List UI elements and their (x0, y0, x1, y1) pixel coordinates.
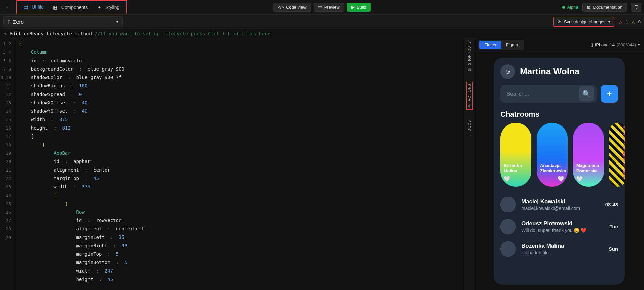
book-icon: ▭ (468, 133, 471, 138)
chat-time: Tue (609, 224, 618, 229)
chat-list-item[interactable]: Maciej Kowalski maciej.kowalski@email.co… (500, 197, 618, 212)
right-controls: Alpha 🗎 Documentation 🗨 (562, 3, 641, 12)
feedback-button[interactable]: 🗨 (631, 3, 641, 12)
documentation-button[interactable]: 🗎 Documentation (582, 3, 627, 12)
main-area: 1 2 3 4 5 6 7 8 9 10 11 12 13 14 15 16 1… (0, 38, 644, 290)
preview-tab-figma[interactable]: Figma (501, 41, 523, 49)
file-selector[interactable]: ▯ Zero ▾ (3, 16, 123, 27)
tab-label: Components (61, 5, 88, 10)
phone-title: Martina Wolna (520, 66, 579, 77)
preview-tabs: Flutter Figma (478, 40, 524, 50)
chat-name: Odeusz Piotrowski (521, 220, 604, 227)
actions-tab-highlight: ACTIONS ◎ (466, 82, 473, 110)
warning-count: 0 (638, 19, 641, 24)
button-label: Documentation (593, 5, 622, 10)
chat-name: Bożenka Malina (521, 243, 603, 249)
file-bar: ▯ Zero ▾ ⟳ Sync design changes ▾ △ 1 △ 0 (0, 15, 644, 29)
code-editor[interactable]: 1 2 3 4 5 6 7 8 9 10 11 12 13 14 15 16 1… (0, 38, 465, 290)
chat-list-item[interactable]: Bożenka Malina Uploaded file. Sun (500, 241, 618, 257)
chatroom-row[interactable]: Bożenka Malina 🤍 Anastazja Ziemkowska 🤍 … (494, 123, 625, 187)
phone-icon: ▯ (8, 19, 10, 25)
hint-comment: //If you want to set up lifecycle press … (95, 31, 271, 36)
preview-button[interactable]: 👁 Preview (314, 3, 344, 12)
phone-icon: ▯ (591, 42, 593, 47)
add-button[interactable]: + (601, 85, 618, 103)
chat-subtitle: Uploaded file. (521, 250, 603, 255)
alpha-label: Alpha (567, 5, 578, 10)
hint-label: Edit onReady lifecycle method (9, 31, 92, 36)
search-box[interactable]: 🔍 (500, 85, 597, 103)
avatar (500, 197, 516, 212)
tab-label: Figma (506, 42, 518, 47)
plus-icon: + (607, 88, 612, 99)
chatroom-pill[interactable]: Anastazja Ziemkowska 🤍 (537, 123, 568, 187)
phone-preview: ☺ Martina Wolna 🔍 + Chatrooms Bożenka Ma… (494, 58, 625, 285)
device-picker[interactable]: ▯ iPhone 14 (390*844) ▾ (591, 42, 640, 47)
code-view-button[interactable]: </> Code view (273, 3, 311, 12)
target-icon: ◎ (468, 103, 471, 108)
code-icon: </> (278, 5, 284, 10)
top-toolbar: ‹ ▤ UI file ▦ Components ✦ Styling </> C… (0, 0, 644, 15)
build-button[interactable]: ▶ Build (347, 3, 371, 12)
lifecycle-hint-row[interactable]: ✎ Edit onReady lifecycle method //If you… (0, 29, 644, 38)
chat-list: Maciej Kowalski maciej.kowalski@email.co… (494, 187, 625, 257)
error-count: 1 (626, 19, 628, 24)
section-title: Chatrooms (494, 107, 625, 123)
tab-styling[interactable]: ✦ Styling (93, 2, 124, 12)
play-icon: ▶ (351, 5, 355, 10)
overflow-warning: RIGHT OVERFLOWED BY 38 PIXELS (622, 126, 625, 178)
button-label: Code view (286, 5, 307, 10)
back-button[interactable]: ‹ (3, 3, 12, 12)
docs-tab[interactable]: DOCS (468, 120, 471, 131)
search-input[interactable] (506, 90, 579, 97)
search-icon-button[interactable]: 🔍 (579, 86, 594, 101)
diagnostics-counts[interactable]: △ 1 △ 0 (619, 19, 641, 24)
eye-icon: 👁 (318, 5, 322, 10)
avatar: ☺ (500, 64, 515, 79)
chat-time: 08:43 (605, 202, 618, 207)
button-label: Build (357, 5, 366, 10)
preview-panel: Flutter Figma ▯ iPhone 14 (390*844) ▾ ☺ … (474, 38, 644, 290)
tab-ui-file[interactable]: ▤ UI file (19, 2, 48, 12)
line-gutter: 1 2 3 4 5 6 7 8 9 10 11 12 13 14 15 16 1… (0, 38, 14, 290)
chat-subtitle: Will do, super, thank you 😊 ❤️ (521, 228, 604, 233)
tab-label: UI file (32, 4, 44, 10)
right-vertical-strip: SHORTCUTS ▦ ACTIONS ◎ DOCS ▭ (465, 38, 474, 290)
alpha-badge: Alpha (562, 5, 578, 10)
device-name: iPhone 14 (595, 42, 615, 47)
chatroom-pill[interactable]: Bożenka Malina 🤍 (500, 123, 531, 187)
button-label: Preview (324, 5, 340, 10)
tab-components[interactable]: ▦ Components (48, 2, 93, 12)
shortcuts-tab[interactable]: SHORTCUTS (468, 41, 471, 65)
chat-name: Maciej Kowalski (521, 198, 600, 205)
chevron-down-icon: ▾ (608, 20, 610, 24)
chevron-down-icon: ▾ (116, 20, 118, 24)
chatroom-pill[interactable]: Magdalena Pomorska 🤍 (573, 123, 604, 187)
styling-icon: ✦ (97, 5, 103, 10)
pill-name: Magdalena Pomorska (576, 163, 601, 173)
pill-name: Anastazja Ziemkowska (540, 163, 564, 173)
preview-toolbar: Flutter Figma ▯ iPhone 14 (390*844) ▾ (474, 38, 644, 52)
chat-list-item[interactable]: Odeusz Piotrowski Will do, super, thank … (500, 219, 618, 234)
device-dims: (390*844) (617, 42, 636, 47)
chat-subtitle: maciej.kowalski@email.com (521, 206, 600, 211)
chatroom-pill-overflow[interactable]: RIGHT OVERFLOWED BY 38 PIXELS (609, 123, 625, 187)
chevron-left-icon: ‹ (7, 5, 8, 10)
sync-design-button[interactable]: ⟳ Sync design changes ▾ (553, 17, 614, 27)
sync-label: Sync design changes (564, 19, 606, 24)
chat-time: Sun (609, 246, 618, 252)
tab-label: Flutter (484, 42, 497, 47)
pill-name: Bożenka Malina (504, 163, 528, 173)
heart-icon: 🤍 (504, 176, 528, 182)
actions-tab[interactable]: ACTIONS (468, 84, 471, 101)
code-content[interactable]: { Column id : columnvector backgroundCol… (14, 38, 465, 290)
chat-icon: 🗨 (634, 5, 638, 10)
preview-tab-flutter[interactable]: Flutter (479, 41, 501, 49)
phone-header: ☺ Martina Wolna (494, 58, 625, 81)
sync-icon: ⟳ (558, 19, 561, 24)
status-dot-icon (562, 6, 565, 9)
search-icon: 🔍 (582, 90, 591, 98)
avatar (500, 219, 516, 234)
heart-icon: 🤍 (540, 176, 564, 182)
doc-icon: 🗎 (587, 5, 591, 10)
